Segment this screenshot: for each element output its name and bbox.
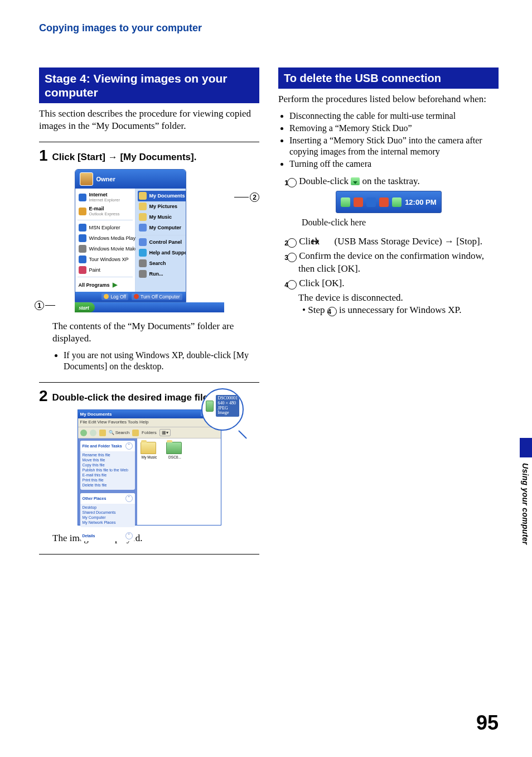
start-menu-left-panel: InternetInternet ExplorerE-mailOutlook E…	[75, 189, 136, 292]
folders-tool[interactable]: Folders	[142, 430, 157, 435]
folder-item[interactable]: My Music	[141, 442, 158, 459]
folder-titlebar: My Documents	[78, 410, 221, 418]
tasktray: 12:00 PM	[336, 191, 442, 213]
delete-usb-bullets: Disconnecting the cable for multi-use te…	[278, 110, 499, 170]
start-menu-item[interactable]: Control Panel	[138, 237, 186, 248]
bullet-item: Disconnecting the cable for multi-use te…	[289, 110, 499, 122]
start-menu-user: Owner	[96, 176, 115, 182]
usb-device-icon	[322, 237, 332, 244]
chevron-up-icon: ˆ	[125, 442, 133, 450]
enum-1: 1 Double-click on the tasktray.	[278, 175, 499, 187]
place-link[interactable]: My Computer	[83, 515, 133, 520]
start-menu-item[interactable]: Help and Support	[138, 248, 186, 258]
tray-icon[interactable]	[366, 197, 376, 207]
enum-4-inline-ref: 4	[327, 307, 337, 316]
enum-2-text-post: (USB Mass Storage Device) → [Stop].	[332, 236, 482, 247]
callout-2: 2	[234, 192, 259, 202]
start-menu-item[interactable]: Paint	[78, 264, 133, 275]
views-icon[interactable]: ▦▾	[159, 429, 171, 436]
step-1: 1 Click [Start] → [My Documents].	[39, 148, 259, 163]
step-1-number: 1	[39, 148, 48, 163]
panel1-head[interactable]: File and Folder Tasksˆ	[80, 441, 135, 451]
folder-sidebar: File and Folder Tasksˆ Rename this fileM…	[78, 438, 137, 525]
start-menu-item[interactable]: Run...	[138, 269, 186, 279]
enum-1-text-post: on the tasktray.	[360, 176, 419, 186]
start-menu-item[interactable]: Windows Media Player	[78, 233, 133, 243]
place-link[interactable]: Shared Documents	[83, 510, 133, 515]
side-section-label: Using your computer	[521, 463, 530, 545]
taskbar: start	[75, 302, 224, 312]
start-menu-figure: Owner InternetInternet ExplorerE-mailOut…	[39, 169, 259, 313]
start-menu-item[interactable]: Search	[138, 258, 186, 269]
enum-3: 3 Confirm the device on the confirmation…	[278, 250, 499, 274]
tasktray-figure: 12:00 PM	[278, 191, 499, 213]
start-button[interactable]: start	[75, 302, 95, 312]
step-1-note-item: If you are not using Windows XP, double-…	[64, 350, 259, 372]
start-menu-item[interactable]: InternetInternet Explorer	[78, 191, 133, 205]
task-link[interactable]: Rename this file	[83, 452, 133, 457]
delete-usb-intro: Perform the procedures listed below befo…	[278, 93, 499, 105]
avatar-icon	[80, 172, 93, 186]
tray-icon[interactable]	[379, 197, 389, 207]
all-programs[interactable]: All Programs▶	[78, 279, 133, 290]
start-menu-item[interactable]: My Computer	[138, 223, 186, 233]
panel3-head[interactable]: Detailsˇ	[80, 531, 135, 541]
turnoff-button[interactable]: Turn Off Computer	[132, 293, 182, 300]
chevron-up-icon: ˆ	[125, 495, 133, 502]
start-menu-item[interactable]: My Pictures	[138, 201, 186, 212]
start-menu-item[interactable]: Windows Movie Maker	[78, 243, 133, 254]
back-icon[interactable]	[80, 430, 87, 436]
callout-1-label: 1	[35, 301, 44, 310]
separator	[39, 142, 259, 142]
tray-icon[interactable]	[354, 197, 363, 207]
enum-4-num: 4	[287, 280, 297, 290]
stage4-heading: Stage 4: Viewing images on your computer	[39, 67, 259, 103]
step-2-number: 2	[39, 388, 48, 404]
callout-2-label: 2	[250, 192, 259, 202]
stage4-intro: This section describes the procedure for…	[39, 108, 259, 132]
folder-menubar: File Edit View Favorites Tools Help	[78, 418, 221, 427]
enum-4: 4 Click [OK].	[278, 277, 499, 290]
task-link[interactable]: E-mail this file	[83, 472, 133, 478]
content-columns: Stage 4: Viewing images on your computer…	[39, 67, 499, 560]
start-menu-item[interactable]: E-mailOutlook Express	[78, 205, 133, 219]
folder-main: My Music DSC0...	[137, 438, 221, 525]
folder-toolbar: 🔍 Search Folders ▦▾	[78, 427, 221, 438]
start-menu-right-panel: My DocumentsMy PicturesMy MusicMy Comput…	[136, 189, 186, 292]
start-menu-item[interactable]: My Music	[138, 212, 186, 223]
task-link[interactable]: Move this file	[83, 457, 133, 462]
enum-1-text-pre: Double-click	[299, 176, 351, 186]
panel2-head[interactable]: Other Placesˆ	[80, 493, 135, 504]
enum-4-sub: The device is disconnected.	[278, 292, 499, 304]
enum-4-note: • Step 4 is unnecessary for Windows XP.	[278, 304, 499, 316]
step-1-result: The contents of the “My Documents” folde…	[39, 320, 259, 344]
task-link[interactable]: Delete this file	[83, 483, 133, 488]
bullet-item: Inserting a “Memory Stick Duo” into the …	[289, 135, 499, 157]
folders-icon[interactable]	[132, 430, 139, 436]
enum-3-num: 3	[287, 253, 297, 262]
left-column: Stage 4: Viewing images on your computer…	[39, 67, 259, 560]
safe-remove-tray-icon[interactable]	[341, 197, 350, 207]
delete-usb-heading: To delete the USB connection	[278, 67, 499, 89]
file-icon	[206, 401, 214, 412]
folder-window: My Documents File Edit View Favorites To…	[78, 409, 221, 525]
start-menu-item[interactable]: Tour Windows XP	[78, 254, 133, 264]
magnifier-callout: DSC00001 640 × 480 JPEG Image	[201, 388, 244, 431]
tray-icon[interactable]	[392, 197, 402, 207]
image-file-item[interactable]: DSC0...	[166, 442, 184, 459]
logoff-button[interactable]: Log Off	[101, 293, 128, 300]
start-menu-item[interactable]: MSN Explorer	[78, 222, 133, 233]
my-documents-item[interactable]: My Documents	[138, 191, 186, 201]
search-tool[interactable]: 🔍 Search	[109, 430, 130, 435]
start-menu: Owner InternetInternet ExplorerE-mailOut…	[75, 169, 186, 303]
folder-menus[interactable]: File Edit View Favorites Tools Help	[80, 420, 149, 426]
forward-icon[interactable]	[90, 430, 96, 436]
up-icon[interactable]	[99, 430, 106, 436]
task-link[interactable]: Print this file	[83, 478, 133, 483]
step-2-result: The image is displayed.	[39, 532, 259, 544]
place-link[interactable]: My Network Places	[83, 520, 133, 525]
place-link[interactable]: Desktop	[83, 505, 133, 510]
task-link[interactable]: Publish this file to the Web	[83, 467, 133, 472]
step-1-title: Click [Start] → [My Documents].	[52, 148, 197, 163]
task-link[interactable]: Copy this file	[83, 462, 133, 467]
